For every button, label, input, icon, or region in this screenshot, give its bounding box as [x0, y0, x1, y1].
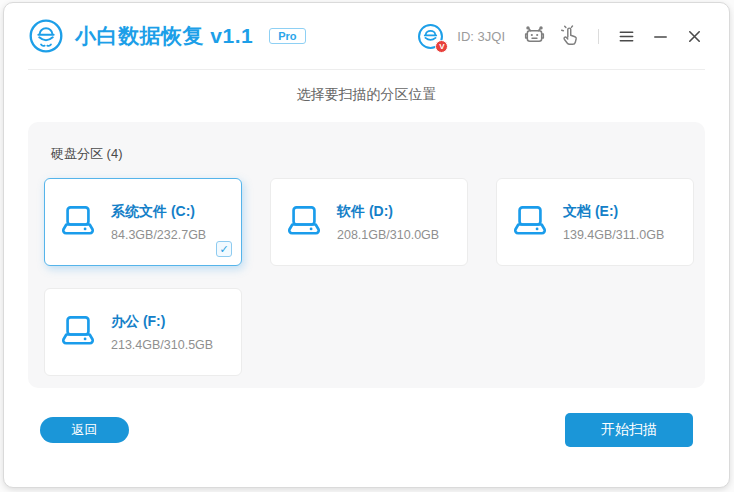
partition-count-label: 硬盘分区 (4): [51, 145, 689, 163]
drive-size: 139.4GB/311.0GB: [563, 228, 664, 242]
drive-name: 软件 (D:): [337, 203, 439, 221]
hard-drive-icon: [284, 202, 324, 242]
app-logo-icon: [28, 18, 64, 54]
drive-size: 208.1GB/310.0GB: [337, 228, 439, 242]
app-window: 小白数据恢复 v1.1 Pro V ID: 3JQI: [3, 2, 730, 488]
drive-size: 213.4GB/310.5GB: [111, 338, 213, 352]
drive-text: 软件 (D:) 208.1GB/310.0GB: [337, 203, 439, 242]
robot-service-icon[interactable]: [523, 25, 546, 48]
drive-name: 文档 (E:): [563, 203, 664, 221]
drive-checkbox[interactable]: ✓: [216, 241, 232, 257]
drive-size: 84.3GB/232.7GB: [111, 228, 206, 242]
titlebar-left: 小白数据恢复 v1.1 Pro: [28, 18, 306, 54]
drive-name: 系统文件 (C:): [111, 203, 206, 221]
footer: 返回 开始扫描: [40, 413, 693, 447]
tap-hand-icon[interactable]: [559, 25, 581, 47]
user-avatar[interactable]: V: [417, 23, 444, 50]
hard-drive-icon: [58, 312, 98, 352]
partition-panel: 硬盘分区 (4) 系统文件 (C:) 84.3GB/232.7GB ✓ 软件 (…: [28, 122, 705, 388]
drive-text: 系统文件 (C:) 84.3GB/232.7GB: [111, 203, 206, 242]
hard-drive-icon: [58, 202, 98, 242]
drive-card[interactable]: 文档 (E:) 139.4GB/311.0GB ✓: [496, 178, 694, 266]
drive-card[interactable]: 系统文件 (C:) 84.3GB/232.7GB ✓: [44, 178, 242, 266]
user-id: ID: 3JQI: [457, 29, 505, 44]
drive-card[interactable]: 办公 (F:) 213.4GB/310.5GB ✓: [44, 288, 242, 376]
drive-text: 办公 (F:) 213.4GB/310.5GB: [111, 313, 213, 352]
titlebar: 小白数据恢复 v1.1 Pro V ID: 3JQI: [28, 3, 705, 70]
drive-grid: 系统文件 (C:) 84.3GB/232.7GB ✓ 软件 (D:) 208.1…: [44, 178, 689, 376]
drive-card[interactable]: 软件 (D:) 208.1GB/310.0GB ✓: [270, 178, 468, 266]
page-title: 选择要扫描的分区位置: [4, 86, 729, 104]
close-button[interactable]: [684, 26, 705, 47]
titlebar-divider: [598, 29, 599, 44]
menu-button[interactable]: [616, 26, 637, 47]
minimize-button[interactable]: [650, 26, 671, 47]
verified-badge: V: [435, 40, 448, 53]
drive-name: 办公 (F:): [111, 313, 213, 331]
pro-badge: Pro: [269, 28, 305, 44]
hard-drive-icon: [510, 202, 550, 242]
app-title: 小白数据恢复 v1.1: [75, 22, 253, 50]
drive-text: 文档 (E:) 139.4GB/311.0GB: [563, 203, 664, 242]
start-scan-button[interactable]: 开始扫描: [565, 413, 693, 447]
back-button[interactable]: 返回: [40, 417, 129, 443]
titlebar-right: V ID: 3JQI: [417, 23, 705, 50]
